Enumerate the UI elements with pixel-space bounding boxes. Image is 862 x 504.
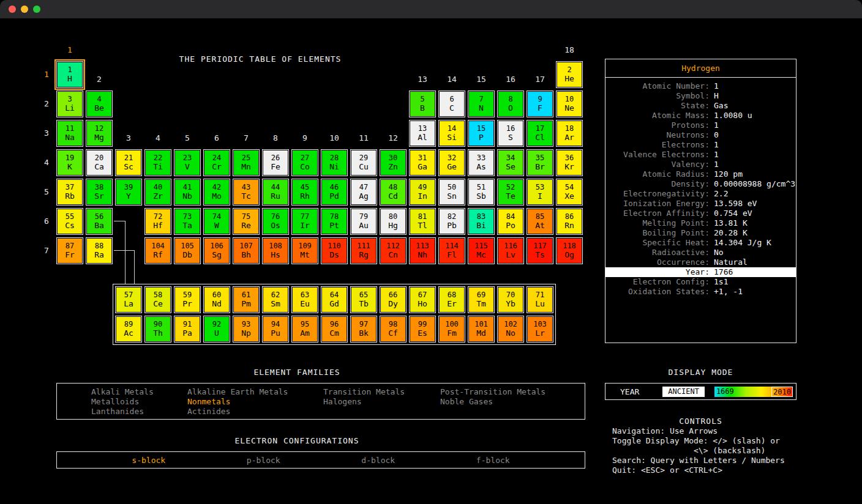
element-Dy[interactable]: 66Dy [380, 286, 407, 313]
element-Yb[interactable]: 70Yb [497, 286, 524, 313]
element-Ni[interactable]: 28Ni [321, 149, 348, 176]
element-Rn[interactable]: 86Rn [556, 208, 583, 235]
element-Bi[interactable]: 83Bi [468, 208, 495, 235]
element-Ds[interactable]: 110Ds [321, 237, 348, 264]
element-Lr[interactable]: 103Lr [527, 316, 553, 343]
element-Ra[interactable]: 88Ra [86, 237, 113, 264]
element-La[interactable]: 57La [115, 286, 142, 313]
element-Cl[interactable]: 17Cl [527, 120, 553, 147]
element-Nb[interactable]: 41Nb [174, 179, 201, 206]
element-Na[interactable]: 11Na [56, 120, 83, 147]
element-Hs[interactable]: 108Hs [262, 237, 289, 264]
element-O[interactable]: 8O [497, 91, 524, 117]
element-Mn[interactable]: 25Mn [233, 149, 260, 176]
element-Rh[interactable]: 45Rh [291, 179, 318, 206]
element-Zn[interactable]: 30Zn [380, 149, 407, 176]
element-P[interactable]: 15P [468, 120, 495, 147]
element-Sm[interactable]: 62Sm [262, 286, 289, 313]
element-K[interactable]: 19K [56, 149, 83, 176]
element-Rf[interactable]: 104Rf [144, 237, 171, 264]
element-Si[interactable]: 14Si [438, 120, 465, 147]
element-Pt[interactable]: 78Pt [321, 208, 348, 235]
element-Pm[interactable]: 61Pm [233, 286, 260, 313]
element-Eu[interactable]: 63Eu [291, 286, 318, 313]
element-Es[interactable]: 99Es [409, 316, 436, 343]
element-Pb[interactable]: 82Pb [438, 208, 465, 235]
element-Sg[interactable]: 106Sg [203, 237, 230, 264]
element-Fl[interactable]: 114Fl [438, 237, 465, 264]
element-He[interactable]: 2He [556, 61, 583, 88]
element-Md[interactable]: 101Md [468, 316, 495, 343]
element-Tm[interactable]: 69Tm [468, 286, 495, 313]
element-Sn[interactable]: 50Sn [438, 179, 465, 206]
element-Fm[interactable]: 100Fm [438, 316, 465, 343]
element-Hg[interactable]: 80Hg [380, 208, 407, 235]
element-Ru[interactable]: 44Ru [262, 179, 289, 206]
zoom-button[interactable] [33, 6, 40, 13]
element-As[interactable]: 33As [468, 149, 495, 176]
element-Ag[interactable]: 47Ag [350, 179, 377, 206]
element-Li[interactable]: 3Li [56, 91, 83, 117]
element-Pd[interactable]: 46Pd [321, 179, 348, 206]
element-Sb[interactable]: 51Sb [468, 179, 495, 206]
element-Nd[interactable]: 60Nd [203, 286, 230, 313]
element-Mg[interactable]: 12Mg [86, 120, 113, 147]
element-Cm[interactable]: 96Cm [321, 316, 348, 343]
element-Zr[interactable]: 40Zr [144, 179, 171, 206]
element-Cf[interactable]: 98Cf [380, 316, 407, 343]
element-Br[interactable]: 35Br [527, 149, 553, 176]
element-Cr[interactable]: 24Cr [203, 149, 230, 176]
element-Er[interactable]: 68Er [438, 286, 465, 313]
element-At[interactable]: 85At [527, 208, 553, 235]
element-Lv[interactable]: 116Lv [497, 237, 524, 264]
element-Te[interactable]: 52Te [497, 179, 524, 206]
element-Am[interactable]: 95Am [291, 316, 318, 343]
element-F[interactable]: 9F [527, 91, 553, 117]
element-Al[interactable]: 13Al [409, 120, 436, 147]
element-V[interactable]: 23V [174, 149, 201, 176]
element-Og[interactable]: 118Og [556, 237, 583, 264]
element-Ba[interactable]: 56Ba [86, 208, 113, 235]
element-Xe[interactable]: 54Xe [556, 179, 583, 206]
element-N[interactable]: 7N [468, 91, 495, 117]
minimize-button[interactable] [21, 6, 28, 13]
element-Pu[interactable]: 94Pu [262, 316, 289, 343]
element-Ca[interactable]: 20Ca [86, 149, 113, 176]
element-Mt[interactable]: 109Mt [291, 237, 318, 264]
element-Cu[interactable]: 29Cu [350, 149, 377, 176]
element-Cs[interactable]: 55Cs [56, 208, 83, 235]
element-Cd[interactable]: 48Cd [380, 179, 407, 206]
element-Ce[interactable]: 58Ce [144, 286, 171, 313]
element-Be[interactable]: 4Be [86, 91, 113, 117]
element-In[interactable]: 49In [409, 179, 436, 206]
element-W[interactable]: 74W [203, 208, 230, 235]
element-Ta[interactable]: 73Ta [174, 208, 201, 235]
element-Pa[interactable]: 91Pa [174, 316, 201, 343]
element-Lu[interactable]: 71Lu [527, 286, 553, 313]
element-Th[interactable]: 90Th [144, 316, 171, 343]
close-button[interactable] [9, 6, 16, 13]
element-Ir[interactable]: 77Ir [291, 208, 318, 235]
element-B[interactable]: 5B [409, 91, 436, 117]
element-U[interactable]: 92U [203, 316, 230, 343]
element-Ts[interactable]: 117Ts [527, 237, 553, 264]
element-Nh[interactable]: 113Nh [409, 237, 436, 264]
element-Ac[interactable]: 89Ac [115, 316, 142, 343]
element-Tc[interactable]: 43Tc [233, 179, 260, 206]
element-Ar[interactable]: 18Ar [556, 120, 583, 147]
element-S[interactable]: 16S [497, 120, 524, 147]
element-Ga[interactable]: 31Ga [409, 149, 436, 176]
element-Ne[interactable]: 10Ne [556, 91, 583, 117]
element-Kr[interactable]: 36Kr [556, 149, 583, 176]
element-H[interactable]: 1H [56, 61, 83, 88]
element-C[interactable]: 6C [438, 91, 465, 117]
element-Tl[interactable]: 81Tl [409, 208, 436, 235]
element-Fr[interactable]: 87Fr [56, 237, 83, 264]
element-Gd[interactable]: 64Gd [321, 286, 348, 313]
element-Ge[interactable]: 32Ge [438, 149, 465, 176]
element-Ti[interactable]: 22Ti [144, 149, 171, 176]
element-Ho[interactable]: 67Ho [409, 286, 436, 313]
element-Sr[interactable]: 38Sr [86, 179, 113, 206]
element-I[interactable]: 53I [527, 179, 553, 206]
element-Re[interactable]: 75Re [233, 208, 260, 235]
